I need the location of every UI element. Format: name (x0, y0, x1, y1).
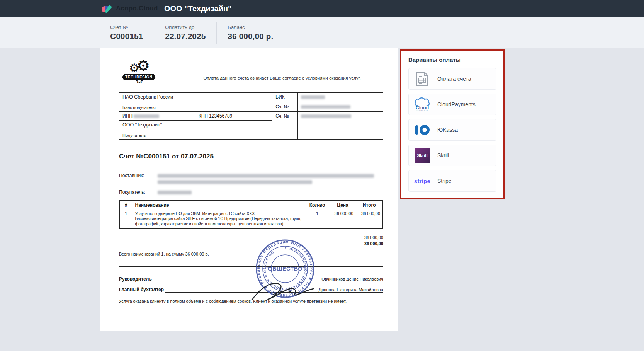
total-value: 36 000,00 (119, 240, 383, 247)
app-header: Аспро.Cloud ООО "Техдизайн" (0, 0, 644, 17)
invoice-summary-bar: Счет № С000151 Оплатить до 22.07.2025 Ба… (0, 17, 644, 48)
stat-label: Баланс (228, 24, 273, 30)
items-count-line: Всего наименований 1, на сумму 36 000,00… (119, 252, 383, 256)
stat-value: 22.07.2025 (165, 32, 206, 41)
payee-caption: Получатель (122, 133, 269, 138)
cloudpayments-icon: Cloud PAYMENTS (413, 96, 432, 113)
brand: Аспро.Cloud (101, 3, 158, 14)
page-title: ООО "Техдизайн" (164, 4, 232, 13)
col-header-total: Итого (356, 201, 383, 210)
bik-value-redacted (298, 93, 383, 102)
invoice-icon (413, 70, 432, 87)
buyer-row: Покупатель: (119, 189, 383, 195)
account-value-redacted (298, 102, 383, 112)
account2-value-redacted (298, 112, 383, 140)
payee-company: ООО "Техдизайн" (122, 122, 269, 128)
stat-invoice-number: Счет № С000151 (110, 24, 154, 41)
bank-caption: Банк получателя (122, 105, 269, 110)
pay-option-yookassa[interactable]: ЮKassa (408, 119, 496, 141)
yookassa-icon (413, 121, 432, 138)
totals-block: 36 000,00 36 000,00 (119, 234, 383, 247)
buyer-value-redacted (158, 189, 383, 195)
bik-label: БИК (272, 93, 298, 102)
col-header-qty: Кол-во (305, 201, 330, 210)
accountant-name: Дронова Екатерина Михайловна (165, 287, 383, 293)
invoice-title: Счет №С000151 от 07.07.2025 (119, 153, 383, 160)
account-label: Сч. № (272, 102, 298, 112)
supplier-row: Поставщик: (119, 173, 383, 184)
pay-option-stripe[interactable]: stripe Stripe (408, 170, 496, 192)
pay-option-label: CloudPayments (437, 101, 476, 107)
supplier-value-redacted (158, 173, 383, 184)
stat-label: Оплатить до (165, 24, 206, 30)
invoice-document: ⚙ ⚙ ⚙ TECHDESIGN Оплата данного счета оз… (100, 48, 398, 331)
techdesign-logo-icon: ⚙ ⚙ ⚙ TECHDESIGN (119, 67, 165, 89)
disclaimer-text: Услуга оказана клиенту в полном объеме и… (119, 299, 383, 303)
payment-options-title: Варианты оплаты (408, 56, 496, 63)
item-qty: 1 (305, 210, 330, 228)
stripe-icon: stripe (413, 172, 432, 189)
stat-balance: Баланс 36 000,00 р. (217, 24, 284, 41)
cloudpayments-sub: PAYMENTS (416, 110, 428, 112)
stat-value: С000151 (110, 32, 143, 41)
buyer-label: Покупатель: (119, 189, 158, 195)
director-label: Руководитель (119, 276, 165, 282)
item-num: 1 (119, 210, 133, 228)
brand-name: Аспро.Cloud (116, 5, 158, 12)
col-header-name: Наименование (133, 201, 305, 210)
agreement-text: Оплата данного счета означает Ваше согла… (165, 76, 383, 80)
pay-option-cloudpayments[interactable]: Cloud PAYMENTS CloudPayments (408, 94, 496, 115)
item-total: 36 000,00 (356, 210, 383, 228)
aspro-cloud-logo-icon (101, 3, 113, 14)
item-price: 36 000,00 (330, 210, 356, 228)
director-name: Овчинников Денис Николаевич (165, 277, 383, 282)
table-row: 1 Услуги по поддержке ПО для ЭВМ: Интегр… (119, 210, 383, 228)
payment-options-panel: Варианты оплаты Оплата счета (400, 49, 505, 199)
item-name-line1: Услуги по поддержке ПО для ЭВМ: Интеграц… (135, 211, 302, 216)
accountant-signature-row: Главный бухгалтер Дронова Екатерина Миха… (119, 287, 383, 293)
bank-name: ПАО Сбербанк России (122, 94, 269, 100)
skrill-icon: Skrill (413, 147, 432, 164)
pay-option-invoice[interactable]: Оплата счета (408, 68, 496, 90)
supplier-label: Поставщик: (119, 173, 158, 184)
col-header-price: Цена (330, 201, 356, 210)
divider (119, 266, 383, 267)
main-area: ⚙ ⚙ ⚙ TECHDESIGN Оплата данного счета оз… (0, 48, 644, 351)
cloudpayments-word: Cloud (416, 106, 429, 110)
gear-icon: ⚙ (137, 58, 150, 73)
stat-label: Счет № (110, 24, 143, 30)
col-header-num: # (119, 201, 133, 210)
stat-value: 36 000,00 р. (228, 32, 273, 41)
techdesign-logo-text: TECHDESIGN (122, 74, 156, 80)
pay-option-label: Stripe (437, 178, 452, 184)
skrill-word: Skrill (417, 153, 428, 158)
item-name-line2: Базовая интеграция сайта SITE с системой… (135, 216, 302, 227)
subtotal-value: 36 000,00 (119, 234, 383, 241)
pay-option-label: Оплата счета (437, 76, 471, 82)
pay-option-skrill[interactable]: Skrill Skrill (408, 145, 496, 166)
pay-option-label: Skrill (437, 152, 449, 158)
divider (119, 167, 383, 167)
stripe-word: stripe (414, 178, 430, 184)
accountant-label: Главный бухгалтер (119, 287, 165, 293)
invoice-items-table: # Наименование Кол-во Цена Итого 1 Услуг… (119, 200, 383, 229)
pay-option-label: ЮKassa (437, 127, 458, 133)
kpp-cell: КПП 123456789 (195, 112, 272, 121)
bank-details-table: ПАО Сбербанк России Банк получателя БИК … (119, 92, 383, 140)
inn-cell: ИНН (119, 112, 195, 121)
stat-due-date: Оплатить до 22.07.2025 (154, 24, 216, 41)
director-signature-row: Руководитель Овчинников Денис Николаевич (119, 276, 383, 282)
account2-label: Сч. № (272, 112, 298, 140)
